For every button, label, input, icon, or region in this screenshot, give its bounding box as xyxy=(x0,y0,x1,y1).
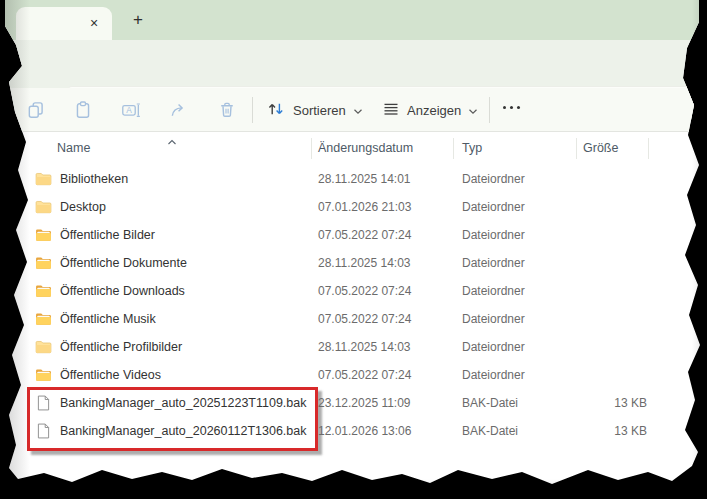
toolbar-divider xyxy=(489,97,490,123)
file-modified-date: 07.05.2022 07:24 xyxy=(318,277,411,305)
file-type: Dateiordner xyxy=(462,361,525,389)
new-tab-button[interactable]: + xyxy=(126,8,150,32)
paste-icon[interactable] xyxy=(73,100,93,120)
file-size: 13 KB xyxy=(552,417,647,445)
chevron-down-icon xyxy=(353,103,363,118)
file-type: Dateiordner xyxy=(462,165,525,193)
tab-strip: × + xyxy=(0,0,707,40)
file-modified-date: 28.11.2025 14:01 xyxy=(318,165,411,193)
column-header-size[interactable]: Größe xyxy=(583,133,618,163)
folder-icon xyxy=(35,172,52,186)
file-modified-date: 07.05.2022 07:24 xyxy=(318,305,411,333)
file-type: BAK-Datei xyxy=(462,389,518,417)
file-modified-date: 07.05.2022 07:24 xyxy=(318,221,411,249)
file-modified-date: 28.11.2025 14:03 xyxy=(318,333,411,361)
column-header-name[interactable]: Name xyxy=(57,133,90,163)
folder-full-icon xyxy=(35,228,52,242)
command-toolbar: A xyxy=(0,88,707,132)
file-name: Öffentliche Downloads xyxy=(60,277,185,305)
column-divider[interactable] xyxy=(576,138,577,159)
file-row[interactable]: Öffentliche Profilbilder 28.11.2025 14:0… xyxy=(0,333,707,361)
file-type: Dateiordner xyxy=(462,333,525,361)
folder-icon xyxy=(35,340,52,354)
column-divider[interactable] xyxy=(311,138,312,159)
address-row: Dieser PC Windows (C:) Benutzer Öffentli… xyxy=(0,40,707,88)
explorer-window: × + xyxy=(0,0,707,499)
folder-full-icon xyxy=(35,312,52,326)
column-header-modified[interactable]: Änderungsdatum xyxy=(318,133,413,163)
file-type: Dateiordner xyxy=(462,221,525,249)
folder-icon xyxy=(35,200,52,214)
ellipsis-icon[interactable] xyxy=(503,106,520,109)
file-modified-date: 12.01.2026 13:06 xyxy=(318,417,411,445)
toolbar-divider xyxy=(252,97,253,123)
file-row[interactable]: Bibliotheken 28.11.2025 14:01 Dateiordne… xyxy=(0,165,707,193)
share-icon[interactable] xyxy=(169,100,189,120)
screenshot: × + xyxy=(0,0,707,499)
copy-icon[interactable] xyxy=(26,100,46,120)
file-row[interactable]: Öffentliche Musik 07.05.2022 07:24 Datei… xyxy=(0,305,707,333)
sort-arrows-icon xyxy=(266,100,286,121)
file-modified-date: 07.01.2026 21:03 xyxy=(318,193,411,221)
highlight-box xyxy=(27,387,318,451)
view-lines-icon xyxy=(382,100,400,121)
rename-icon[interactable]: A xyxy=(121,100,141,120)
explorer-tab[interactable]: × xyxy=(16,7,112,40)
file-size: 13 KB xyxy=(552,389,647,417)
file-type: BAK-Datei xyxy=(462,417,518,445)
file-name: Öffentliche Profilbilder xyxy=(60,333,182,361)
view-button[interactable]: Anzeigen xyxy=(382,96,478,124)
file-row[interactable]: Öffentliche Bilder 07.05.2022 07:24 Date… xyxy=(0,221,707,249)
torn-edge-shade xyxy=(692,0,707,499)
tab-close-icon[interactable]: × xyxy=(84,13,104,33)
file-name: Öffentliche Dokumente xyxy=(60,249,187,277)
folder-full-icon xyxy=(35,256,52,270)
file-row[interactable]: Öffentliche Downloads 07.05.2022 07:24 D… xyxy=(0,277,707,305)
file-row[interactable]: Öffentliche Videos 07.05.2022 07:24 Date… xyxy=(0,361,707,389)
column-divider[interactable] xyxy=(648,138,649,159)
sort-button-label: Sortieren xyxy=(293,103,346,118)
folder-full-icon xyxy=(35,368,52,382)
file-type: Dateiordner xyxy=(462,305,525,333)
column-header-type[interactable]: Typ xyxy=(462,133,482,163)
file-modified-date: 23.12.2025 11:09 xyxy=(318,389,411,417)
sort-button[interactable]: Sortieren xyxy=(266,96,363,124)
file-row[interactable]: Desktop 07.01.2026 21:03 Dateiordner xyxy=(0,193,707,221)
file-modified-date: 28.11.2025 14:03 xyxy=(318,249,411,277)
view-button-label: Anzeigen xyxy=(407,103,461,118)
svg-text:A: A xyxy=(126,105,132,115)
file-name: Bibliotheken xyxy=(60,165,128,193)
file-name: Öffentliche Bilder xyxy=(60,221,155,249)
torn-edge-shade xyxy=(0,479,707,499)
chevron-down-icon xyxy=(468,103,478,118)
file-name: Öffentliche Videos xyxy=(60,361,161,389)
file-name: Öffentliche Musik xyxy=(60,305,156,333)
folder-full-icon xyxy=(35,284,52,298)
file-name: Desktop xyxy=(60,193,106,221)
file-type: Dateiordner xyxy=(462,249,525,277)
file-modified-date: 07.05.2022 07:24 xyxy=(318,361,411,389)
file-row[interactable]: Öffentliche Dokumente 28.11.2025 14:03 D… xyxy=(0,249,707,277)
file-type: Dateiordner xyxy=(462,193,525,221)
sort-ascending-icon xyxy=(167,131,177,149)
file-type: Dateiordner xyxy=(462,277,525,305)
column-divider[interactable] xyxy=(453,138,454,159)
delete-icon[interactable] xyxy=(217,100,237,120)
